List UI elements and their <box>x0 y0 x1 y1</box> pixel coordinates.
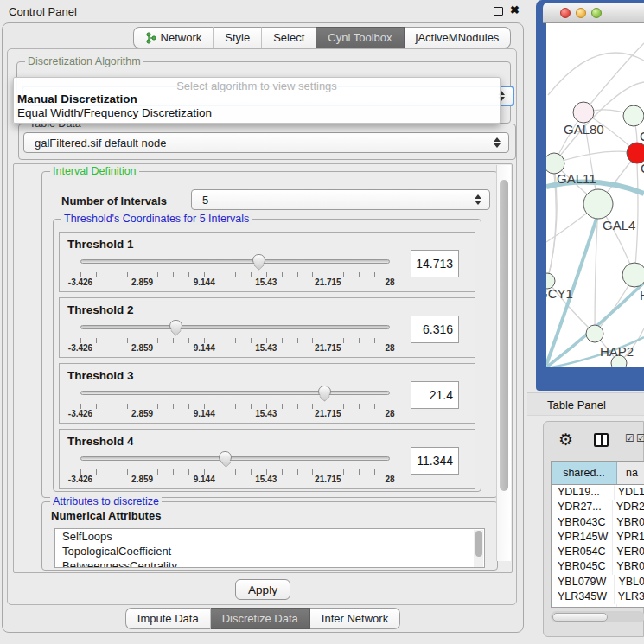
network-canvas[interactable]: GAL80 G. C GAL11 GAL4 GCY1 H HAP2 <box>546 23 644 367</box>
network-node[interactable] <box>623 105 644 126</box>
algorithm-option-manual[interactable]: Manual Discretization <box>14 92 500 106</box>
tab-infer-network[interactable]: Infer Network <box>310 608 400 629</box>
cell[interactable]: YBR043C <box>552 515 613 530</box>
number-of-intervals-combo[interactable]: 5 <box>191 189 490 210</box>
cell[interactable]: YDL1 <box>615 485 644 500</box>
threshold-1-slider[interactable] <box>80 253 390 271</box>
cell[interactable]: YLR3 <box>615 590 644 604</box>
threshold-2-value-field[interactable]: 6.316 <box>411 316 459 343</box>
attributes-group: Attributes to discretize Numerical Attri… <box>41 501 498 571</box>
tab-jactivemnodules[interactable]: jActiveMNodules <box>405 27 512 48</box>
attribute-item[interactable]: SelfLoops <box>55 529 484 544</box>
vertical-scrollbar[interactable] <box>496 165 511 561</box>
attribute-item[interactable]: TopologicalCoefficient <box>55 544 484 558</box>
cell[interactable]: YDR2 <box>613 500 644 514</box>
table-row[interactable]: YIL052CYIL0 <box>552 604 644 608</box>
table-row[interactable]: YDL19...YDL1 <box>552 485 644 500</box>
threshold-1-slider-thumb[interactable] <box>252 254 265 266</box>
table-header-row: shared... na <box>552 462 644 485</box>
attribute-item[interactable]: BetweennessCentrality <box>55 558 484 568</box>
close-panel-icon[interactable]: ✖ <box>510 3 520 16</box>
algorithm-option-equal-width[interactable]: Equal Width/Frequency Discretization <box>14 106 500 120</box>
table-data-combo[interactable]: galFiltered.sif default node <box>23 132 509 153</box>
checkbox-icon[interactable]: ☑ <box>625 432 634 444</box>
table-row[interactable]: YPR145WYPR1 <box>552 530 644 545</box>
threshold-3-slider[interactable] <box>80 385 390 402</box>
cell[interactable]: YBR045C <box>552 559 613 574</box>
column-layout-icon[interactable] <box>594 433 609 447</box>
tick-label: 21.715 <box>315 409 341 418</box>
column-header-shared-name[interactable]: shared... <box>552 462 617 484</box>
network-window-titlebar[interactable] <box>543 3 644 23</box>
cell[interactable]: YLR345W <box>552 590 615 604</box>
cell[interactable]: YER0 <box>613 545 644 559</box>
tab-discretize-data[interactable]: Discretize Data <box>211 608 310 629</box>
tab-select[interactable]: Select <box>262 27 316 48</box>
tick-label: 2.859 <box>131 277 153 287</box>
threshold-1-value-field[interactable]: 14.713 <box>411 250 459 277</box>
cell[interactable]: YDR27... <box>552 500 613 514</box>
threshold-4-slider-thumb[interactable] <box>219 451 232 463</box>
tab-cyni-toolbox[interactable]: Cyni Toolbox <box>316 27 404 48</box>
cell[interactable]: YER054C <box>552 545 613 559</box>
horizontal-scrollbar[interactable] <box>551 611 644 622</box>
table-row[interactable]: YBR045CYBR0 <box>552 559 644 574</box>
table-row[interactable]: YLR345WYLR3 <box>552 590 644 604</box>
cell[interactable]: YBR0 <box>613 559 644 574</box>
network-node-hap2[interactable] <box>586 325 603 342</box>
apply-button[interactable]: Apply <box>235 579 290 600</box>
table-panel-title: Table Panel <box>547 399 606 411</box>
threshold-3-value-field[interactable]: 21.4 <box>411 381 459 409</box>
column-header-name[interactable]: na <box>617 462 644 484</box>
cell[interactable]: YBL079W <box>552 575 615 590</box>
tick-label: 15.43 <box>255 475 277 484</box>
cell[interactable]: YIL052C <box>552 604 617 608</box>
threshold-1-label: Threshold 1 <box>67 238 134 251</box>
gear-icon[interactable]: ⚙ <box>558 431 573 448</box>
tab-network[interactable]: Network <box>133 27 214 48</box>
table-row[interactable]: YER054CYER0 <box>552 545 644 559</box>
cell[interactable]: YIL0 <box>617 604 644 608</box>
threshold-4-value-field[interactable]: 11.344 <box>411 447 459 475</box>
node-label-partial: H <box>640 288 644 303</box>
threshold-2-slider[interactable] <box>80 319 390 336</box>
threshold-3-slider-thumb[interactable] <box>318 386 331 398</box>
tab-network-label: Network <box>161 31 202 44</box>
network-node-gal80[interactable] <box>573 102 594 123</box>
scrollbar-thumb[interactable] <box>475 531 482 557</box>
table-row[interactable]: YBL079WYBL0 <box>552 575 644 590</box>
network-node[interactable] <box>622 263 644 287</box>
threshold-2-slider-thumb[interactable] <box>169 320 182 332</box>
scrollbar-thumb[interactable] <box>552 613 608 622</box>
checkbox-icon[interactable]: ☑ <box>636 432 644 444</box>
float-window-icon[interactable] <box>494 7 503 16</box>
node-label-gal11: GAL11 <box>557 171 596 186</box>
tab-impute-data[interactable]: Impute Data <box>125 608 211 629</box>
tick-label: -3.426 <box>68 277 92 287</box>
threshold-4-label: Threshold 4 <box>67 435 134 448</box>
tick-label: 15.43 <box>255 343 277 353</box>
cell[interactable]: YPR145W <box>552 530 613 545</box>
numerical-attributes-list: SelfLoops TopologicalCoefficient Between… <box>54 528 485 568</box>
threshold-4-slider[interactable] <box>80 450 390 468</box>
close-button[interactable] <box>560 8 571 18</box>
cell[interactable]: YDL19... <box>552 485 615 500</box>
tab-jactive-label: jActiveMNodules <box>416 31 500 44</box>
minimize-button[interactable] <box>576 8 586 18</box>
cell[interactable]: YBL0 <box>615 575 644 590</box>
network-node-gal4[interactable] <box>583 189 613 219</box>
threshold-3-panel: Threshold 3 -3.426 2.859 9.144 15.43 21.… <box>59 363 475 424</box>
tick-label: 28 <box>385 277 394 287</box>
scrollbar-thumb[interactable] <box>500 180 508 491</box>
thresholds-group: Threshold's Coordinates for 5 Intervals … <box>53 219 481 492</box>
zoom-button[interactable] <box>591 8 602 18</box>
slider-rail <box>80 456 390 461</box>
table-row[interactable]: YDR27...YDR2 <box>552 500 644 514</box>
table-row[interactable]: YBR043CYBR0 <box>552 515 644 530</box>
tab-style[interactable]: Style <box>214 27 262 48</box>
tick-label: -3.426 <box>68 475 92 484</box>
attributes-scrollbar[interactable] <box>474 530 483 568</box>
cell[interactable]: YPR1 <box>613 530 644 545</box>
tab-impute-label: Impute Data <box>137 612 199 625</box>
cell[interactable]: YBR0 <box>613 515 644 530</box>
